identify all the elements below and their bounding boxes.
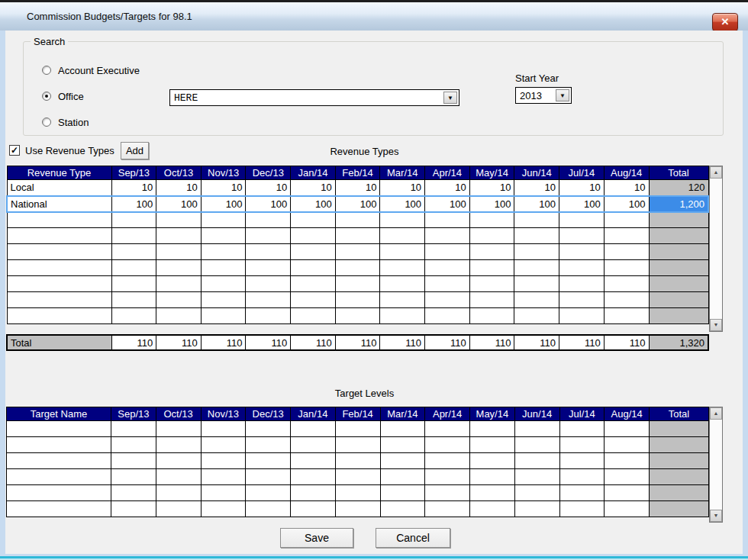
grid-cell[interactable]	[469, 292, 514, 308]
grid-cell[interactable]: 10	[111, 180, 156, 196]
grid-cell[interactable]	[425, 308, 470, 324]
grid-cell[interactable]	[559, 421, 605, 437]
grid-cell[interactable]	[7, 228, 111, 244]
grid-cell[interactable]	[380, 276, 425, 292]
grid-cell[interactable]	[246, 308, 291, 324]
grid-cell[interactable]	[514, 228, 559, 244]
grid-cell[interactable]	[246, 469, 291, 485]
grid-cell[interactable]: 10	[291, 180, 336, 196]
grid-cell[interactable]	[111, 228, 156, 244]
grid-cell[interactable]: 10	[156, 180, 202, 196]
save-button[interactable]: Save	[280, 528, 353, 548]
grid-cell[interactable]	[514, 308, 559, 324]
grid-cell[interactable]	[425, 260, 470, 276]
grid-cell[interactable]	[7, 421, 111, 437]
grid-cell[interactable]	[335, 212, 380, 228]
grid-cell[interactable]	[559, 244, 605, 260]
grid-cell[interactable]	[469, 212, 514, 228]
grid-cell[interactable]	[7, 260, 111, 276]
grid-cell[interactable]: 100	[559, 196, 605, 212]
grid-cell[interactable]	[470, 421, 515, 437]
grid-cell[interactable]	[201, 260, 246, 276]
grid-cell[interactable]	[559, 292, 605, 308]
grid-cell[interactable]	[291, 453, 336, 469]
grid-cell[interactable]	[559, 308, 605, 324]
radio-station[interactable]: Station	[42, 116, 89, 128]
grid-cell[interactable]	[380, 244, 425, 260]
grid-cell[interactable]	[470, 501, 515, 517]
grid-cell[interactable]	[156, 437, 201, 453]
grid-cell[interactable]	[291, 276, 336, 292]
grid-cell[interactable]	[559, 501, 605, 517]
grid-cell[interactable]	[111, 421, 156, 437]
grid-cell[interactable]	[380, 212, 425, 228]
grid-cell[interactable]	[291, 212, 336, 228]
office-dropdown[interactable]: HERE ▼	[169, 89, 459, 106]
grid-cell[interactable]	[605, 421, 650, 437]
start-year-dropdown[interactable]: 2013 ▼	[515, 87, 572, 104]
grid-cell[interactable]	[111, 485, 156, 501]
grid-cell[interactable]	[425, 276, 470, 292]
grid-cell[interactable]	[291, 292, 336, 308]
grid-cell[interactable]	[470, 453, 515, 469]
grid-cell[interactable]	[201, 421, 246, 437]
grid-cell[interactable]	[7, 212, 111, 228]
grid-cell[interactable]	[201, 437, 246, 453]
grid-cell[interactable]	[201, 212, 246, 228]
grid-cell[interactable]	[335, 276, 380, 292]
grid-cell[interactable]	[514, 437, 559, 453]
grid-cell[interactable]	[605, 485, 650, 501]
grid-cell[interactable]	[201, 276, 246, 292]
grid-cell[interactable]	[604, 276, 649, 292]
grid-cell[interactable]	[111, 276, 156, 292]
grid-cell[interactable]	[7, 453, 111, 469]
grid-cell[interactable]	[604, 244, 649, 260]
grid-cell[interactable]	[111, 244, 156, 260]
grid-cell[interactable]	[514, 276, 559, 292]
grid-cell[interactable]	[604, 228, 649, 244]
grid-cell[interactable]	[156, 244, 202, 260]
grid-cell[interactable]	[156, 469, 201, 485]
grid-cell[interactable]	[469, 276, 514, 292]
grid-cell[interactable]	[469, 260, 514, 276]
grid-cell[interactable]	[7, 292, 111, 308]
grid-cell[interactable]	[559, 437, 605, 453]
scroll-up-icon[interactable]: ▲	[710, 166, 722, 179]
grid-cell[interactable]	[380, 501, 425, 517]
grid-cell[interactable]	[156, 308, 202, 324]
grid-cell[interactable]	[111, 453, 156, 469]
revenue-grid-scrollbar[interactable]: ▲ ▼	[709, 166, 723, 332]
grid-cell[interactable]	[335, 485, 380, 501]
scroll-up-icon[interactable]: ▲	[710, 407, 722, 420]
grid-cell[interactable]	[156, 485, 201, 501]
grid-cell[interactable]	[7, 308, 111, 324]
grid-cell[interactable]	[559, 453, 605, 469]
grid-cell[interactable]	[156, 228, 202, 244]
scroll-down-icon[interactable]: ▼	[710, 510, 722, 522]
grid-cell[interactable]: 100	[604, 196, 649, 212]
close-button[interactable]: ✕	[712, 13, 738, 31]
grid-cell[interactable]	[470, 437, 515, 453]
grid-cell[interactable]	[469, 244, 514, 260]
grid-cell[interactable]	[7, 244, 111, 260]
grid-cell[interactable]	[380, 485, 425, 501]
grid-cell[interactable]	[246, 453, 291, 469]
grid-cell[interactable]	[111, 437, 156, 453]
grid-cell[interactable]	[246, 292, 291, 308]
grid-cell[interactable]: 100	[469, 196, 514, 212]
grid-cell[interactable]	[380, 469, 425, 485]
grid-cell[interactable]	[380, 421, 425, 437]
grid-cell[interactable]: 100	[335, 196, 380, 212]
grid-cell[interactable]	[201, 501, 246, 517]
chevron-down-icon[interactable]: ▼	[443, 92, 457, 104]
grid-cell[interactable]	[425, 485, 470, 501]
grid-cell[interactable]	[559, 276, 605, 292]
grid-cell[interactable]	[380, 292, 425, 308]
grid-cell[interactable]	[246, 276, 291, 292]
grid-cell[interactable]	[335, 501, 380, 517]
grid-cell[interactable]	[291, 260, 336, 276]
grid-cell[interactable]: 10	[604, 180, 649, 196]
grid-cell[interactable]	[335, 244, 380, 260]
grid-cell[interactable]	[156, 276, 202, 292]
grid-cell[interactable]	[111, 308, 156, 324]
